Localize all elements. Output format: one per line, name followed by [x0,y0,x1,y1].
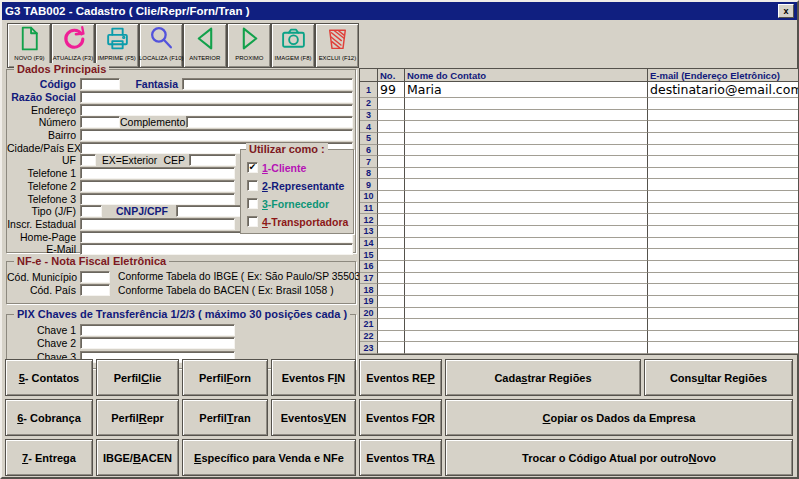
checkbox-box[interactable]: ✔ [247,216,258,227]
group-title: Utilizar como : [246,143,328,155]
checkbox-box[interactable]: ✔ [247,162,258,173]
proximo-button[interactable]: PROXIMO [227,23,271,68]
bairro-input[interactable] [80,129,353,141]
contact-row[interactable]: 4 [360,121,798,133]
telefone1-input[interactable] [80,167,235,179]
perfil-forn-button[interactable]: Perfil Forn [182,359,268,396]
group-title: NF-e - Nota Fiscal Eletrônica [14,255,169,267]
contatos-button[interactable]: 5 - Contatos [5,359,93,396]
localiza-button[interactable]: LOCALIZA (F10) [139,23,183,68]
eventos-fin-button[interactable]: Eventos FIN [271,359,356,396]
contact-name [405,214,648,226]
checkbox-cliente[interactable]: ✔ 1-Cliente [247,159,353,176]
contact-row[interactable]: 18 [360,284,798,296]
contact-row[interactable]: 13 [360,226,798,238]
contact-email [648,249,798,261]
contact-no [378,284,405,296]
cep-input[interactable] [189,154,236,166]
imagem-button[interactable]: IMAGEM (F8) [271,23,315,68]
contact-email [648,308,798,320]
eventos-rep-button[interactable]: Eventos REP [359,359,442,396]
contact-email: destinatario@email.com [648,82,798,98]
complemento-input[interactable] [186,116,353,128]
group-title: PIX Chaves de Transferência 1/2/3 ( máxi… [14,308,350,320]
inscr-estadual-input[interactable] [80,218,235,230]
telefone2-input[interactable] [80,180,235,192]
contact-row[interactable]: 14 [360,238,798,250]
ibge-bacen-button[interactable]: IBGE/BACEN [96,439,179,476]
perfil-repr-button[interactable]: Perfil Repr [96,399,179,436]
checkbox-transportadora[interactable]: ✔ 4-Transportadora [247,213,353,230]
checkbox-box[interactable]: ✔ [247,180,258,191]
cod-municipio-input[interactable] [80,271,110,283]
contact-row[interactable]: 7 [360,156,798,168]
contact-row[interactable]: 15 [360,249,798,261]
trocar-codigo-button[interactable]: Trocar o Código Atual por outro Novo [445,439,793,476]
contact-row[interactable]: 11 [360,203,798,215]
contact-name [405,179,648,191]
cadastrar-regioes-button[interactable]: Cadastrar Regiões [445,359,641,396]
imprime-button[interactable]: IMPRIME (F5) [95,23,139,68]
eventos-ven-button[interactable]: Eventos VEN [271,399,356,436]
perfil-clie-button[interactable]: Perfil Clie [96,359,179,396]
contact-row[interactable]: 9 [360,179,798,191]
contact-row[interactable]: 17 [360,273,798,285]
contact-row[interactable]: 20 [360,308,798,320]
checkbox-box[interactable]: ✔ [247,198,258,209]
codigo-input[interactable] [80,78,120,90]
contact-row[interactable]: 10 [360,191,798,203]
contact-name [405,98,648,110]
numero-input[interactable] [80,116,120,128]
chave2-input[interactable] [80,337,235,349]
cnpj-cpf-input[interactable] [176,205,248,217]
novo-button[interactable]: NOVO (F9) [7,23,51,68]
contact-no [378,273,405,285]
checkbox-fornecedor[interactable]: ✔ 3-Fornecedor [247,195,353,212]
copiar-dados-button[interactable]: Copiar os Dados da Empresa [445,399,793,436]
fantasia-input[interactable] [182,78,353,90]
contact-name [405,145,648,157]
contact-row[interactable]: 8 [360,168,798,180]
consultar-regioes-button[interactable]: Consultar Regiões [644,359,793,396]
contact-row[interactable]: 23 [360,342,798,354]
eventos-for-button[interactable]: Eventos FOR [359,399,442,436]
contact-name [405,261,648,273]
window-title: G3 TAB002 - Cadastro ( Clie/Repr/Forn/Tr… [5,5,250,17]
contact-row[interactable]: 12 [360,214,798,226]
contact-row[interactable]: 5 [360,133,798,145]
cobranca-button[interactable]: 6 - Cobrança [5,399,93,436]
close-button[interactable]: x [778,4,794,18]
contact-row[interactable]: 2 [360,98,798,110]
contact-row[interactable]: 16 [360,261,798,273]
especifico-venda-nfe-button[interactable]: Específico para Venda e NFe [182,439,356,476]
header-gutter [360,69,378,82]
telefone3-input[interactable] [80,193,235,205]
exclui-button[interactable]: EXCLUI (F12) [315,23,359,68]
contact-email [648,238,798,250]
cod-pais-input[interactable] [80,284,110,296]
chave1-input[interactable] [80,324,235,336]
anterior-button[interactable]: ANTERIOR [183,23,227,68]
endereco-input[interactable] [80,104,353,116]
tipo-input[interactable] [80,205,102,217]
atualiza-button[interactable]: ATUALIZA (F3) [51,23,95,68]
checkbox-representante[interactable]: ✔ 2-Representante [247,177,353,194]
contact-no [378,214,405,226]
contact-row[interactable]: 6 [360,145,798,157]
contact-row[interactable]: 199Mariadestinatario@email.com [360,82,798,98]
email-input[interactable] [80,243,353,255]
contact-row[interactable]: 22 [360,331,798,343]
toolbar: NOVO (F9) ATUALIZA (F3) IMPRIME (F5) L [7,23,359,68]
uf-input[interactable] [80,154,96,166]
razao-social-input[interactable] [80,91,353,103]
eventos-tra-button[interactable]: Eventos TRA [359,439,442,476]
entrega-button[interactable]: 7 - Entrega [5,439,93,476]
contact-row[interactable]: 3 [360,110,798,122]
cnpj-cpf-label: CNPJ/CPF [116,205,172,217]
row-number: 21 [360,319,378,331]
contact-row[interactable]: 19 [360,296,798,308]
row-number: 3 [360,110,378,122]
perfil-tran-button[interactable]: Perfil Tran [182,399,268,436]
contact-name [405,342,648,354]
contact-row[interactable]: 21 [360,319,798,331]
